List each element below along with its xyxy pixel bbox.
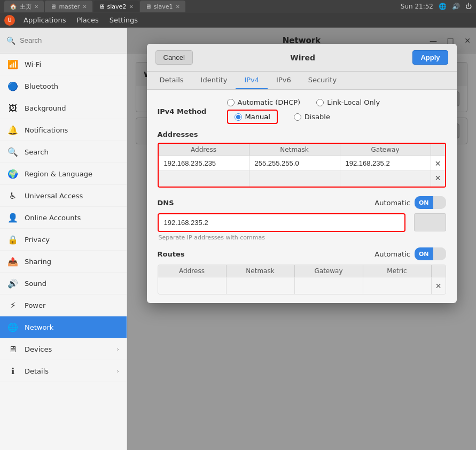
sidebar-item-region-label: Region & Language xyxy=(25,170,92,178)
sidebar-item-privacy-label: Privacy xyxy=(25,236,50,244)
sidebar-item-privacy[interactable]: 🔒 Privacy xyxy=(0,229,127,251)
sidebar-item-region[interactable]: 🌍 Region & Language xyxy=(0,163,127,185)
sidebar-search-input[interactable] xyxy=(20,36,120,44)
radio-link-local[interactable]: Link-Local Only xyxy=(316,98,380,106)
dns-input-wrapper: Separate IP addresses with commas xyxy=(158,213,405,241)
manual-radio-box[interactable]: Manual xyxy=(227,110,278,124)
tab-details[interactable]: Details xyxy=(151,72,192,89)
menu-settings[interactable]: Settings xyxy=(105,15,142,25)
radio-manual-input[interactable] xyxy=(235,113,242,121)
addr-address-input[interactable] xyxy=(161,157,247,169)
sidebar-item-power[interactable]: ⚡ Power xyxy=(0,294,127,316)
sidebar-search-icon: 🔍 xyxy=(6,36,15,45)
tab-master-close[interactable]: ✕ xyxy=(82,4,87,10)
menubar: U Applications Places Settings xyxy=(0,13,476,28)
dns-toggle-off xyxy=(433,196,446,209)
sidebar-item-sound[interactable]: 🔊 Sound xyxy=(0,273,127,294)
apply-button[interactable]: Apply xyxy=(412,50,448,65)
route-gateway-cell xyxy=(295,277,363,294)
sidebar-item-notifications[interactable]: 🔔 Notifications xyxy=(0,119,127,141)
sidebar-item-devices-label: Devices xyxy=(25,345,52,353)
sidebar-item-online-accounts[interactable]: 👤 Online Accounts xyxy=(0,207,127,229)
sidebar-item-devices[interactable]: 🖥 Devices › xyxy=(0,338,127,360)
route-delete-button[interactable]: ✕ xyxy=(432,282,446,290)
addresses-header-row: Address Netmask Gateway xyxy=(159,144,445,156)
radio-auto-dhcp-input[interactable] xyxy=(227,99,235,106)
ipv4-method-options: Automatic (DHCP) Link-Local Only xyxy=(227,98,380,124)
tab-home-label: 主页 xyxy=(20,3,32,11)
modal-body: IPv4 Method Automatic (DHCP) Link-Local … xyxy=(147,90,457,303)
sidebar-item-network-label: Network xyxy=(25,323,53,331)
tab-slave1[interactable]: 🖥 slave1 ✕ xyxy=(140,1,185,12)
network-sidebar-icon: 🌐 xyxy=(7,322,18,332)
radio-disable-input[interactable] xyxy=(294,113,301,121)
radio-disable[interactable]: Disable xyxy=(294,110,330,124)
sidebar-item-online-accounts-label: Online Accounts xyxy=(25,214,81,222)
tab-master-label: master xyxy=(59,3,80,10)
sidebar-item-sharing-label: Sharing xyxy=(25,258,51,266)
dns-input[interactable] xyxy=(164,219,399,227)
tab-master[interactable]: 🖥 master ✕ xyxy=(45,1,92,12)
dns-hint: Separate IP addresses with commas xyxy=(158,234,405,241)
sidebar-item-wifi[interactable]: 📶 Wi-Fi xyxy=(0,53,127,75)
sidebar-item-search[interactable]: 🔍 Search xyxy=(0,141,127,163)
tab-slave2-close[interactable]: ✕ xyxy=(129,4,133,10)
sidebar-item-network[interactable]: 🌐 Network xyxy=(0,316,127,338)
tab-ipv6[interactable]: IPv6 xyxy=(268,72,300,89)
route-col-del-header xyxy=(432,265,446,277)
sidebar-item-power-label: Power xyxy=(25,301,45,309)
radio-link-local-input[interactable] xyxy=(316,99,324,106)
addr-gateway-input[interactable] xyxy=(342,157,428,169)
topbar-right: Sun 21:52 🌐 🔊 ⏻ xyxy=(401,3,472,10)
tab-home-close[interactable]: ✕ xyxy=(34,4,38,10)
addr-netmask-input[interactable] xyxy=(252,157,338,169)
devices-arrow-icon: › xyxy=(117,346,119,353)
sidebar: 🔍 📶 Wi-Fi 🔵 Bluetooth 🖼 Background 🔔 Not… xyxy=(0,28,127,450)
devices-icon: 🖥 xyxy=(7,344,18,354)
routes-toggle-off xyxy=(433,247,446,260)
tab-security[interactable]: Security xyxy=(300,72,345,89)
sidebar-item-sharing[interactable]: 📤 Sharing xyxy=(0,251,127,273)
tab-slave2[interactable]: 🖥 slave2 ✕ xyxy=(93,1,139,12)
sidebar-item-background[interactable]: 🖼 Background xyxy=(0,97,127,119)
addr-empty-gateway xyxy=(340,171,431,187)
cancel-button[interactable]: Cancel xyxy=(155,50,193,65)
addr-empty-netmask xyxy=(249,171,340,187)
sharing-icon: 📤 xyxy=(7,256,18,267)
tab-identity[interactable]: Identity xyxy=(192,72,236,89)
menu-applications[interactable]: Applications xyxy=(19,15,70,25)
ipv4-method-row: IPv4 Method Automatic (DHCP) Link-Local … xyxy=(158,98,446,124)
dns-title: DNS xyxy=(158,199,174,207)
addresses-empty-row: ✕ xyxy=(159,170,445,187)
network-icon: 🌐 xyxy=(439,3,447,10)
tab-slave1-close[interactable]: ✕ xyxy=(176,4,180,10)
universal-access-icon: ♿ xyxy=(7,190,18,201)
tab-home[interactable]: 🏠 主页 ✕ xyxy=(4,1,44,12)
addr-delete-button-2[interactable]: ✕ xyxy=(431,171,445,185)
route-col-gateway-header: Gateway xyxy=(295,265,363,277)
routes-toggle[interactable]: ON xyxy=(415,247,446,260)
addr-col-address-header: Address xyxy=(159,144,249,156)
ubuntu-logo: U xyxy=(4,15,15,26)
addresses-section: Addresses Address Netmask Gateway xyxy=(158,130,446,188)
sidebar-item-background-label: Background xyxy=(25,104,66,112)
sidebar-item-bluetooth[interactable]: 🔵 Bluetooth xyxy=(0,75,127,97)
addr-col-del-header xyxy=(431,144,445,156)
sidebar-item-bluetooth-label: Bluetooth xyxy=(25,82,58,90)
dns-toggle[interactable]: ON xyxy=(415,196,446,209)
sidebar-item-details[interactable]: ℹ Details › xyxy=(0,360,127,382)
radio-link-local-label: Link-Local Only xyxy=(327,98,380,106)
addr-delete-button-1[interactable]: ✕ xyxy=(431,157,445,170)
routes-auto-group: Automatic ON xyxy=(374,247,446,260)
radio-manual-label: Manual xyxy=(245,113,270,121)
topbar-tabs: 🏠 主页 ✕ 🖥 master ✕ 🖥 slave2 ✕ 🖥 slave1 ✕ xyxy=(4,1,401,12)
sidebar-item-universal-access[interactable]: ♿ Universal Access xyxy=(0,185,127,207)
route-metric-cell xyxy=(363,277,432,294)
menu-places[interactable]: Places xyxy=(72,15,103,25)
tab-slave1-label: slave1 xyxy=(154,3,173,10)
routes-toggle-on: ON xyxy=(415,247,433,260)
menubar-items: Applications Places Settings xyxy=(19,15,142,25)
tab-ipv4[interactable]: IPv4 xyxy=(236,72,268,89)
radio-auto-dhcp-label: Automatic (DHCP) xyxy=(238,98,301,106)
radio-auto-dhcp[interactable]: Automatic (DHCP) xyxy=(227,98,301,106)
